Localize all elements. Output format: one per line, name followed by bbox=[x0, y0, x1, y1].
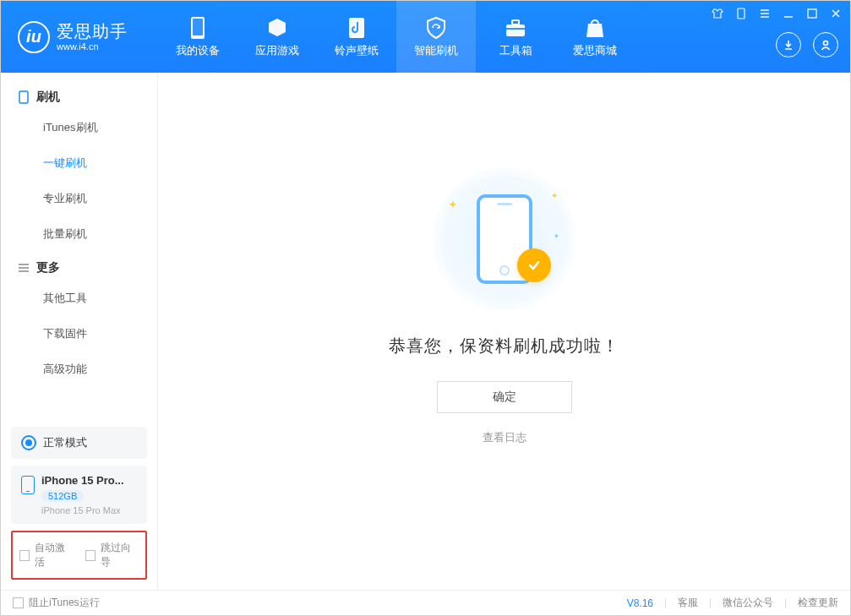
sidebar-item-other-tools[interactable]: 其他工具 bbox=[1, 281, 157, 316]
sidebar: 刷机 iTunes刷机 一键刷机 专业刷机 批量刷机 更多 其他工具 下载固件 … bbox=[1, 73, 158, 590]
checkbox-icon bbox=[19, 550, 30, 561]
svg-rect-6 bbox=[738, 8, 745, 19]
sparkle-icon: ✦ bbox=[554, 232, 559, 240]
svg-rect-9 bbox=[19, 91, 28, 103]
footer-link-wechat[interactable]: 微信公众号 bbox=[723, 596, 773, 610]
mode-card[interactable]: 正常模式 bbox=[11, 427, 147, 459]
nav-label: 工具箱 bbox=[499, 43, 532, 58]
menu-icon bbox=[18, 263, 30, 273]
sidebar-group-more[interactable]: 更多 bbox=[1, 252, 157, 281]
nav-store[interactable]: 爱思商城 bbox=[555, 1, 635, 73]
nav-toolbox[interactable]: 工具箱 bbox=[476, 1, 555, 73]
group-title: 刷机 bbox=[36, 90, 60, 105]
sidebar-item-pro-flash[interactable]: 专业刷机 bbox=[1, 181, 157, 216]
nav-label: 铃声壁纸 bbox=[335, 43, 379, 58]
mobile-icon[interactable] bbox=[734, 6, 749, 21]
nav-label: 我的设备 bbox=[176, 43, 220, 58]
app-url: www.i4.cn bbox=[57, 41, 128, 52]
device-name: iPhone 15 Pro... bbox=[41, 474, 124, 487]
download-button[interactable] bbox=[776, 32, 801, 57]
checkbox-label: 自动激活 bbox=[35, 541, 73, 570]
sparkle-icon: ✦ bbox=[448, 198, 458, 211]
checkbox-icon bbox=[13, 597, 24, 608]
checkbox-block-itunes[interactable]: 阻止iTunes运行 bbox=[13, 596, 100, 610]
checkbox-skip-wizard[interactable]: 跳过向导 bbox=[85, 541, 139, 570]
user-button[interactable] bbox=[813, 32, 838, 57]
footer-link-update[interactable]: 检查更新 bbox=[798, 596, 838, 610]
minimize-button[interactable] bbox=[781, 6, 796, 21]
version-label: V8.16 bbox=[627, 597, 653, 609]
body: 刷机 iTunes刷机 一键刷机 专业刷机 批量刷机 更多 其他工具 下载固件 … bbox=[1, 73, 850, 590]
svg-rect-5 bbox=[506, 28, 525, 30]
group-title: 更多 bbox=[36, 260, 60, 275]
close-button[interactable] bbox=[828, 6, 843, 21]
nav-ringtones[interactable]: 铃声壁纸 bbox=[317, 1, 396, 73]
logo[interactable]: iu 爱思助手 www.i4.cn bbox=[1, 1, 158, 73]
mode-label: 正常模式 bbox=[43, 435, 87, 450]
phone-icon bbox=[186, 16, 210, 40]
maximize-button[interactable] bbox=[805, 6, 820, 21]
success-illustration: ✦ ✦ ✦ bbox=[433, 167, 576, 311]
app-name: 爱思助手 bbox=[57, 21, 128, 41]
app-window: iu 爱思助手 www.i4.cn 我的设备 应用游戏 铃声壁纸 智能刷机 bbox=[0, 0, 851, 616]
device-card[interactable]: iPhone 15 Pro... 512GB iPhone 15 Pro Max bbox=[11, 466, 147, 524]
main-content: ✦ ✦ ✦ 恭喜您，保资料刷机成功啦！ 确定 查看日志 bbox=[158, 73, 850, 590]
success-title: 恭喜您，保资料刷机成功啦！ bbox=[389, 335, 619, 357]
nav-flash[interactable]: 智能刷机 bbox=[396, 1, 476, 73]
toolbox-icon bbox=[504, 16, 527, 40]
nav-label: 爱思商城 bbox=[573, 43, 617, 58]
device-icon bbox=[18, 90, 30, 104]
storage-badge: 512GB bbox=[41, 490, 84, 502]
sidebar-item-itunes-flash[interactable]: iTunes刷机 bbox=[1, 110, 157, 145]
sidebar-item-advanced[interactable]: 高级功能 bbox=[1, 352, 157, 387]
nav-apps[interactable]: 应用游戏 bbox=[237, 1, 317, 73]
view-log-link[interactable]: 查看日志 bbox=[483, 430, 526, 445]
activation-options-box: 自动激活 跳过向导 bbox=[11, 531, 147, 580]
skin-icon[interactable] bbox=[710, 6, 725, 21]
checkbox-icon bbox=[85, 550, 95, 561]
svg-rect-1 bbox=[193, 19, 203, 35]
svg-rect-3 bbox=[506, 25, 525, 36]
svg-rect-7 bbox=[808, 9, 816, 18]
logo-icon: iu bbox=[18, 21, 50, 53]
footer: 阻止iTunes运行 V8.16 客服 微信公众号 检查更新 bbox=[1, 590, 850, 615]
sidebar-item-download-firmware[interactable]: 下载固件 bbox=[1, 316, 157, 352]
checkbox-auto-activate[interactable]: 自动激活 bbox=[19, 541, 74, 570]
checkbox-label: 跳过向导 bbox=[101, 541, 139, 570]
music-file-icon bbox=[345, 16, 368, 40]
nav-label: 智能刷机 bbox=[414, 43, 458, 58]
header-actions bbox=[776, 32, 838, 57]
header: iu 爱思助手 www.i4.cn 我的设备 应用游戏 铃声壁纸 智能刷机 bbox=[1, 1, 850, 73]
nav-my-device[interactable]: 我的设备 bbox=[158, 1, 237, 73]
cube-icon bbox=[265, 16, 289, 40]
svg-rect-4 bbox=[512, 20, 519, 25]
ok-button[interactable]: 确定 bbox=[437, 381, 572, 413]
refresh-shield-icon bbox=[424, 16, 448, 40]
bag-icon bbox=[583, 16, 607, 40]
checkbox-label: 阻止iTunes运行 bbox=[29, 596, 100, 610]
svg-point-8 bbox=[824, 41, 828, 46]
sparkle-icon: ✦ bbox=[551, 191, 558, 200]
phone-icon bbox=[21, 476, 35, 494]
window-controls bbox=[710, 6, 843, 21]
menu-icon[interactable] bbox=[757, 6, 772, 21]
check-badge-icon bbox=[517, 248, 551, 282]
sidebar-item-oneclick-flash[interactable]: 一键刷机 bbox=[1, 145, 157, 181]
nav-label: 应用游戏 bbox=[255, 43, 299, 58]
device-subtitle: iPhone 15 Pro Max bbox=[41, 505, 124, 515]
footer-link-support[interactable]: 客服 bbox=[678, 596, 698, 610]
mode-status-icon bbox=[21, 435, 36, 450]
sidebar-item-batch-flash[interactable]: 批量刷机 bbox=[1, 216, 157, 252]
sidebar-group-flash[interactable]: 刷机 bbox=[1, 81, 157, 110]
